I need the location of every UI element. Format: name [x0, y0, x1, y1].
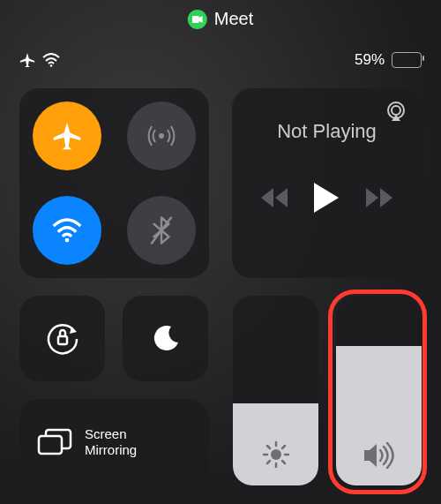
bluetooth-toggle[interactable]	[127, 196, 196, 265]
status-bar: 59%	[0, 51, 441, 69]
camera-active-icon	[188, 10, 207, 29]
speaker-icon	[363, 441, 396, 470]
brightness-slider[interactable]	[233, 296, 318, 485]
cellular-data-toggle[interactable]	[127, 102, 196, 170]
svg-point-9	[271, 449, 281, 460]
airplane-mode-toggle[interactable]	[33, 102, 101, 170]
screen-mirroring-label: Screen Mirroring	[85, 426, 137, 458]
airplay-icon[interactable]	[385, 101, 407, 122]
screen-mirroring-icon	[37, 428, 72, 456]
wifi-status-icon	[42, 53, 60, 67]
connectivity-tile	[19, 88, 209, 278]
do-not-disturb-toggle[interactable]	[123, 296, 208, 381]
battery-percent-label: 59%	[355, 51, 385, 69]
svg-point-2	[159, 133, 164, 139]
play-button[interactable]	[314, 183, 339, 213]
fast-forward-button[interactable]	[366, 188, 392, 207]
svg-rect-7	[58, 336, 67, 344]
battery-icon	[392, 52, 422, 68]
rewind-button[interactable]	[261, 188, 288, 207]
svg-rect-0	[192, 16, 199, 23]
svg-line-15	[282, 461, 285, 463]
svg-line-17	[282, 446, 285, 448]
svg-point-1	[50, 64, 52, 66]
media-controls-tile: Not Playing	[232, 88, 422, 278]
airplane-status-icon	[19, 52, 35, 68]
active-app-pill[interactable]: Meet	[188, 9, 253, 29]
volume-slider[interactable]	[336, 296, 422, 485]
now-playing-label: Not Playing	[248, 120, 406, 143]
screen-mirroring-button[interactable]: Screen Mirroring	[19, 399, 209, 485]
active-app-name: Meet	[214, 9, 253, 29]
svg-rect-8	[39, 436, 62, 454]
brightness-icon	[261, 440, 291, 470]
svg-point-6	[392, 106, 400, 115]
wifi-toggle[interactable]	[33, 196, 101, 265]
orientation-lock-toggle[interactable]	[19, 296, 105, 381]
svg-point-3	[64, 238, 69, 243]
svg-line-16	[267, 461, 270, 463]
svg-line-14	[267, 446, 270, 448]
